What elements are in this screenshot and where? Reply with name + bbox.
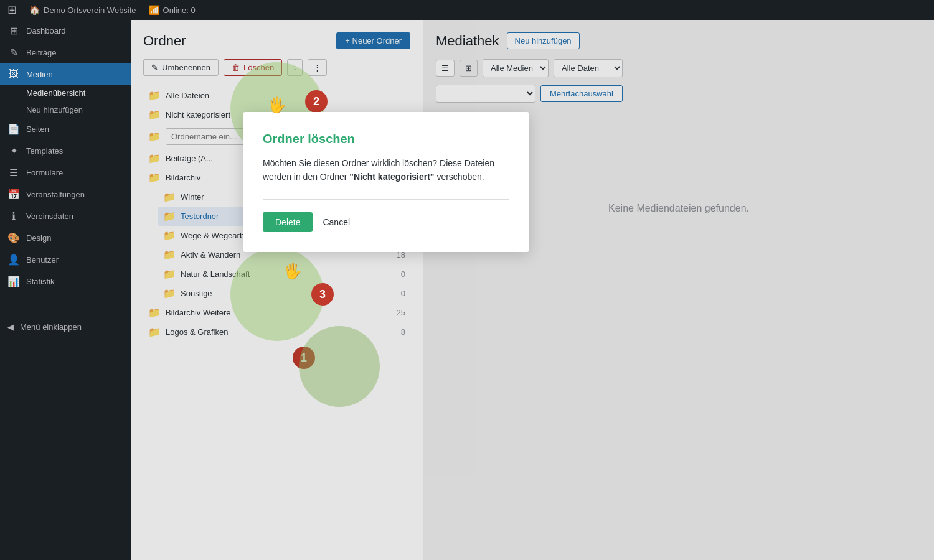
cursor-1: 🖐: [268, 96, 286, 114]
step-2-circle: 2: [305, 90, 328, 113]
modal-title: Ordner löschen: [263, 132, 509, 146]
step-2-label: 2: [313, 95, 319, 108]
modal-body-text: Möchten Sie diesen Ordner wirklich lösch…: [263, 156, 509, 184]
modal-dialog: Ordner löschen Möchten Sie diesen Ordner…: [243, 112, 529, 252]
modal-overlay: 2 🖐 Ordner löschen Möchten Sie diesen Or…: [0, 0, 934, 560]
modal-delete-button[interactable]: Delete: [263, 212, 313, 232]
step-3-circle: 3: [311, 283, 334, 306]
modal-divider: [263, 199, 509, 200]
highlight-3: [230, 248, 324, 341]
modal-cancel-button[interactable]: Cancel: [323, 212, 350, 232]
modal-bold-text: "Nicht kategorisiert": [349, 172, 434, 182]
modal-text-2: verschoben.: [435, 172, 484, 182]
step-3-label: 3: [319, 288, 326, 301]
modal-actions: Delete Cancel: [263, 212, 509, 232]
cursor-2: 🖐: [283, 263, 302, 280]
